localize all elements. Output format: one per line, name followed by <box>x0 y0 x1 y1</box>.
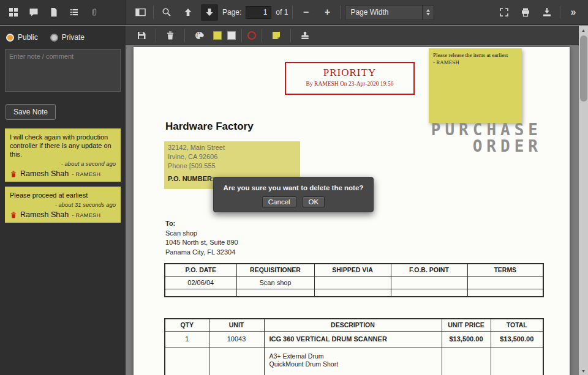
page-number-input[interactable] <box>246 6 271 19</box>
delete-annotation-trash-icon[interactable] <box>162 27 179 43</box>
table-cell: 10043 <box>209 331 264 347</box>
address-line: 32142, Main Street <box>168 143 296 152</box>
zoom-select[interactable]: Page Width <box>345 5 434 20</box>
scroll-up-arrow-icon[interactable]: ▲ <box>579 26 588 34</box>
comments-icon[interactable] <box>25 4 42 21</box>
table-cell <box>467 289 543 297</box>
table-cell <box>467 276 543 289</box>
priority-title: PRIORITY <box>286 67 413 79</box>
note-author-row: Ramesh Shah - RAMESH <box>10 210 116 219</box>
document-viewport[interactable]: PRIORITY By RAMESH On 23-Apr-2020 19:56 … <box>126 46 579 375</box>
table-cell <box>165 289 236 297</box>
priority-byline: By RAMESH On 23-Apr-2020 19:56 <box>286 81 413 87</box>
note-input[interactable] <box>5 49 121 92</box>
table-header-cell: TOTAL <box>491 319 543 331</box>
company-name: Hardware Factory <box>165 121 254 133</box>
scroll-down-arrow-icon[interactable]: ▼ <box>579 366 588 375</box>
private-radio-option[interactable]: Private <box>50 33 85 42</box>
print-icon[interactable] <box>517 4 534 21</box>
document-page: PRIORITY By RAMESH On 23-Apr-2020 19:56 … <box>134 47 570 375</box>
table-cell: ICG 360 VERTICAL DRUM SCANNER <box>264 331 442 347</box>
previous-page-arrow-icon[interactable] <box>179 4 197 21</box>
table-cell <box>442 347 491 375</box>
fullscreen-icon[interactable] <box>496 4 513 21</box>
page-label: Page: <box>222 8 241 17</box>
table-cell <box>236 289 314 297</box>
yellow-highlight-swatch[interactable] <box>213 31 222 40</box>
color-palette-icon[interactable] <box>190 27 208 43</box>
toolbar-separator <box>153 6 154 19</box>
save-annotations-icon[interactable] <box>133 27 150 43</box>
table-header-cell: TERMS <box>467 264 543 276</box>
sticky-note-icon[interactable] <box>268 27 285 43</box>
delete-note-trash-icon[interactable] <box>10 211 17 219</box>
purchase-order-stamp: PURCHASE ORDER <box>412 122 542 155</box>
priority-stamp-annotation[interactable]: PRIORITY By RAMESH On 23-Apr-2020 19:56 <box>285 62 415 95</box>
note-timestamp: - about 31 seconds ago <box>10 201 116 208</box>
save-note-button[interactable]: Save Note <box>6 104 56 120</box>
table-cell <box>491 347 543 375</box>
red-circle-annotation-icon[interactable] <box>247 31 256 40</box>
note-author-username: - RAMESH <box>72 212 100 218</box>
attachment-paperclip-icon[interactable] <box>86 4 103 21</box>
annotation-toolbar <box>126 26 579 45</box>
main-toolbar: Page: of 1 − + Page Width » <box>126 0 588 24</box>
recipient-line: Panama City, FL 32304 <box>165 248 238 258</box>
order-info-table: P.O. DATEREQUISITIONERSHIPPED VIAF.O.B. … <box>164 263 544 297</box>
public-radio-option[interactable]: Public <box>6 33 38 42</box>
table-row <box>165 289 543 297</box>
scrollbar-thumb[interactable] <box>580 35 587 102</box>
note-card: Please proceed at earliest - about 31 se… <box>5 187 121 223</box>
select-arrows-icon <box>422 6 434 20</box>
line-items-table: QTYUNITDESCRIPTIONUNIT PRICETOTAL110043I… <box>164 318 544 375</box>
table-row: A3+ External Drum QuickMount Drum Short <box>165 347 543 375</box>
dialog-buttons: Cancel OK <box>214 196 373 207</box>
toolbar-separator <box>560 6 560 19</box>
notes-sidebar: Public Private Save Note I will check ag… <box>0 26 126 375</box>
sticky-note-annotation[interactable]: Please release the items at earliest - R… <box>429 48 522 123</box>
top-toolbar: Page: of 1 − + Page Width » <box>0 0 588 25</box>
sidebar-toolbar <box>0 0 126 24</box>
private-radio[interactable] <box>50 34 58 42</box>
table-header-cell: SHIPPED VIA <box>314 264 391 276</box>
toolbar-separator <box>340 6 341 19</box>
toggle-sidebar-icon[interactable] <box>132 4 149 21</box>
outline-list-icon[interactable] <box>66 4 83 21</box>
public-radio[interactable] <box>6 34 14 42</box>
note-timestamp: - about a second ago <box>10 160 116 167</box>
recipient-line: 1045 North st, Suite 890 <box>165 238 238 248</box>
zoom-in-button[interactable]: + <box>318 4 336 21</box>
next-page-arrow-icon[interactable] <box>201 4 218 21</box>
table-header-cell: DESCRIPTION <box>264 319 442 331</box>
toolbar-separator <box>262 29 262 42</box>
toolbar-separator <box>241 29 242 42</box>
table-cell: 1 <box>165 331 209 347</box>
toolbar-separator <box>292 6 293 19</box>
recipient-line: Scan shop <box>165 229 238 239</box>
recipient-block: To: Scan shop 1045 North st, Suite 890 P… <box>165 219 238 257</box>
toolbar-separator <box>184 29 185 42</box>
thumbnails-grid-icon[interactable] <box>5 4 22 21</box>
table-header-row: P.O. DATEREQUISITIONERSHIPPED VIAF.O.B. … <box>165 264 543 276</box>
page-count-label: of 1 <box>276 8 288 17</box>
more-tools-button[interactable]: » <box>565 4 582 21</box>
table-header-cell: REQUISITIONER <box>236 264 314 276</box>
table-header-row: QTYUNITDESCRIPTIONUNIT PRICETOTAL <box>165 319 543 331</box>
ok-button[interactable]: OK <box>303 196 325 207</box>
table-cell: $13,500.00 <box>491 331 543 347</box>
search-icon[interactable] <box>158 4 175 21</box>
table-cell <box>391 289 467 297</box>
note-text: Please proceed at earliest <box>10 191 116 199</box>
vertical-scrollbar[interactable]: ▲ ▼ <box>579 26 588 375</box>
zoom-out-button[interactable]: − <box>297 4 314 21</box>
stamp-icon[interactable] <box>296 27 314 43</box>
white-fill-swatch[interactable] <box>227 31 236 40</box>
document-icon[interactable] <box>45 4 62 21</box>
stamp-line: ORDER <box>412 138 542 155</box>
toolbar-separator <box>290 29 291 42</box>
cancel-button[interactable]: Cancel <box>262 196 296 207</box>
download-icon[interactable] <box>538 4 556 21</box>
delete-note-trash-icon[interactable] <box>10 170 17 178</box>
private-radio-label: Private <box>62 33 85 42</box>
stamp-line: PURCHASE <box>412 122 542 138</box>
